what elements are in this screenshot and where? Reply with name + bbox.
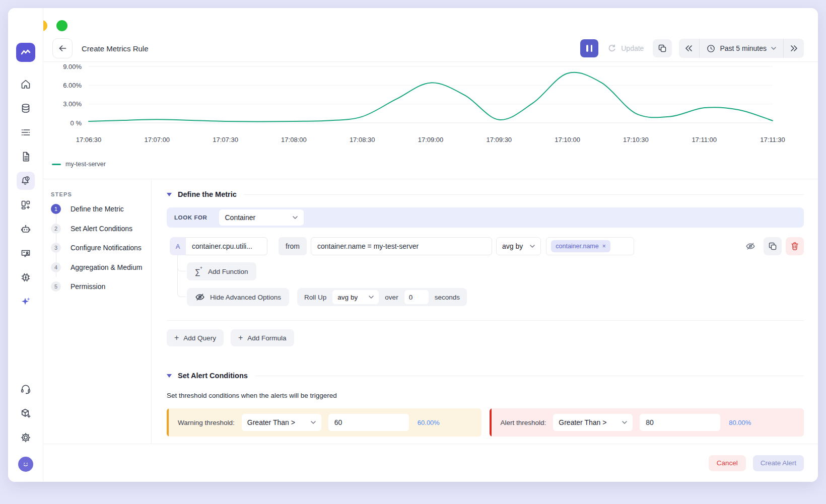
add-formula-button[interactable]: + Add Formula: [231, 329, 294, 346]
app-sidebar: [8, 8, 43, 482]
warning-percent-label: 60.00%: [418, 419, 440, 426]
alert-percent-label: 80.00%: [729, 419, 751, 426]
add-query-label: Add Query: [183, 334, 216, 342]
rollup-aggregation-value: avg by: [337, 294, 358, 301]
main-area: Create Metrics Rule Update Past 5 minute…: [43, 35, 818, 482]
step-label: Configure Notifications: [71, 244, 142, 252]
sidebar-item-sessions[interactable]: [17, 244, 35, 262]
time-range-group: Past 5 minutes: [679, 39, 804, 58]
filter-input[interactable]: [311, 237, 492, 255]
support-headset-icon[interactable]: [17, 380, 35, 398]
steps-list: 1Define the Metric2Set Alert Conditions3…: [51, 204, 151, 292]
sidebar-item-processes[interactable]: [17, 268, 35, 286]
look-for-label: LOOK FOR: [174, 214, 208, 221]
look-for-bar: LOOK FOR Container: [167, 207, 804, 228]
warning-value-input[interactable]: [328, 414, 409, 431]
svg-text:17:08:00: 17:08:00: [281, 136, 307, 143]
rollup-label: Roll Up: [304, 294, 326, 301]
warning-operator-select[interactable]: Greater Than >: [242, 414, 321, 431]
rollup-aggregation-select[interactable]: avg by: [332, 290, 379, 304]
query-letter-badge: A: [170, 237, 186, 255]
svg-text:3.00%: 3.00%: [63, 100, 82, 108]
add-query-button[interactable]: + Add Query: [167, 329, 224, 346]
collapse-triangle-icon[interactable]: [167, 374, 172, 378]
update-button[interactable]: Update: [607, 44, 644, 53]
form-footer: Cancel Create Alert: [43, 444, 818, 482]
app-window: Create Metrics Rule Update Past 5 minute…: [8, 8, 818, 482]
warning-accent-bar: [167, 408, 169, 437]
chevron-down-icon: [311, 421, 316, 424]
eye-off-icon: [195, 292, 205, 302]
step-item-5[interactable]: 5Permission: [51, 281, 151, 292]
maximize-window-button[interactable]: [56, 20, 67, 31]
chevron-down-icon: [369, 296, 374, 299]
chevrons-right-icon: [789, 45, 798, 52]
sidebar-item-ai-assistant[interactable]: [17, 293, 35, 311]
copy-view-button[interactable]: [653, 39, 672, 57]
sigma-plus-icon: ∑+: [195, 267, 203, 276]
svg-text:17:09:30: 17:09:30: [486, 136, 512, 143]
settings-gear-icon[interactable]: [17, 428, 35, 447]
back-button[interactable]: [52, 38, 73, 58]
time-range-selector[interactable]: Past 5 minutes: [699, 39, 784, 58]
page-header: Create Metrics Rule Update Past 5 minute…: [43, 35, 818, 62]
plus-icon: +: [238, 334, 243, 342]
step-number: 3: [51, 243, 61, 253]
chevrons-left-icon: [684, 45, 694, 52]
look-for-select[interactable]: Container: [219, 209, 304, 226]
step-item-2[interactable]: 2Set Alert Conditions: [51, 224, 151, 234]
step-item-1[interactable]: 1Define the Metric: [51, 204, 151, 214]
duplicate-query-button[interactable]: [764, 237, 782, 255]
warning-threshold-box: Warning threshold: Greater Than > 60.00%: [167, 408, 481, 437]
plus-icon: +: [174, 334, 179, 342]
time-shift-back-button[interactable]: [679, 39, 699, 58]
chevron-down-icon: [622, 421, 627, 424]
middleware-logo[interactable]: [16, 43, 35, 62]
cancel-button[interactable]: Cancel: [709, 455, 746, 471]
chart-legend[interactable]: my-test-server: [52, 161, 106, 168]
alert-operator-select[interactable]: Greater Than >: [553, 414, 633, 431]
time-range-label: Past 5 minutes: [720, 44, 767, 52]
sidebar-item-documents[interactable]: [17, 148, 35, 166]
hide-query-button[interactable]: [741, 237, 760, 255]
group-by-field[interactable]: container.name ×: [546, 237, 634, 255]
time-shift-forward-button[interactable]: [784, 39, 804, 58]
sidebar-item-infrastructure[interactable]: [17, 99, 35, 117]
step-number: 5: [51, 281, 61, 292]
chevron-down-icon: [530, 245, 535, 248]
chip-remove-icon[interactable]: ×: [602, 243, 606, 249]
sidebar-item-logs[interactable]: [17, 123, 35, 141]
svg-text:6.00%: 6.00%: [63, 82, 82, 89]
integrations-package-icon[interactable]: [17, 404, 35, 422]
query-row-actions: [741, 237, 804, 255]
legend-label: my-test-server: [65, 161, 106, 168]
steps-panel: STEPS 1Define the Metric2Set Alert Condi…: [43, 179, 152, 444]
sidebar-item-alerts[interactable]: [17, 172, 35, 190]
svg-text:17:11:00: 17:11:00: [692, 136, 717, 143]
hide-advanced-options-button[interactable]: Hide Advanced Options: [187, 288, 289, 306]
svg-text:9.00%: 9.00%: [63, 63, 82, 70]
sidebar-item-home[interactable]: [17, 75, 35, 93]
create-alert-button[interactable]: Create Alert: [753, 455, 804, 471]
alert-value-input[interactable]: [640, 414, 720, 431]
add-function-button[interactable]: ∑+ Add Function: [187, 262, 256, 280]
sidebar-item-bot[interactable]: [17, 220, 35, 238]
step-item-3[interactable]: 3Configure Notifications: [51, 243, 151, 253]
rollup-value-input[interactable]: [404, 290, 429, 304]
pause-button[interactable]: [580, 39, 598, 57]
delete-query-button[interactable]: [786, 237, 804, 255]
trash-icon: [790, 241, 800, 251]
sidebar-item-dashboards[interactable]: [17, 196, 35, 214]
svg-text:17:11:30: 17:11:30: [760, 136, 785, 143]
look-for-value: Container: [225, 213, 256, 222]
alert-threshold-box: Alert threshold: Greater Than > 80.00%: [490, 408, 804, 437]
step-item-4[interactable]: 4Aggregation & Medium: [51, 262, 151, 272]
aggregation-select[interactable]: avg by: [496, 237, 541, 255]
metric-input[interactable]: [186, 237, 267, 255]
query-divider: [167, 320, 804, 321]
rollup-group: Roll Up avg by over seconds: [297, 288, 467, 306]
collapse-triangle-icon[interactable]: [167, 193, 172, 196]
step-number: 4: [51, 262, 61, 272]
user-avatar[interactable]: [18, 457, 33, 472]
define-metric-section-header: Define the Metric: [167, 188, 804, 200]
